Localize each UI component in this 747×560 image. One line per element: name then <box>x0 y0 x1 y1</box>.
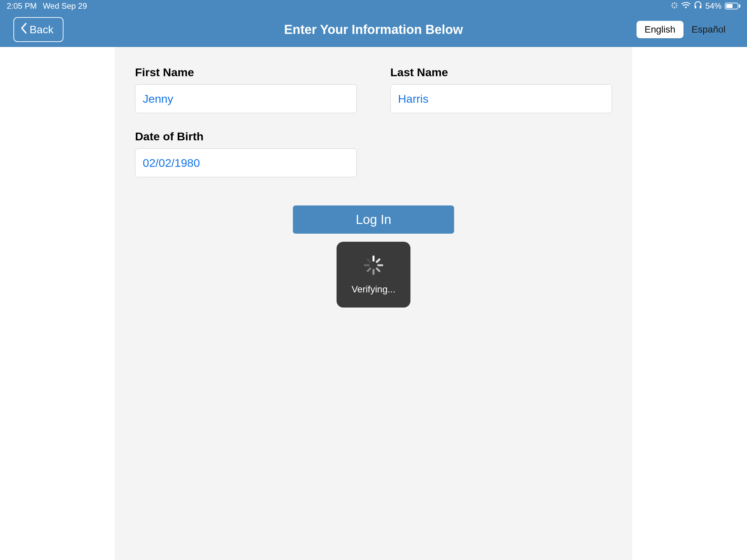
last-name-input[interactable] <box>390 84 612 113</box>
login-button[interactable]: Log In <box>293 206 454 234</box>
svg-line-18 <box>368 260 370 262</box>
verifying-text: Verifying... <box>352 284 396 295</box>
svg-line-6 <box>672 7 673 8</box>
first-name-input[interactable] <box>135 84 357 113</box>
chevron-left-icon <box>20 23 28 36</box>
status-time: 2:05 PM <box>7 1 36 11</box>
language-spanish-button[interactable]: Español <box>684 21 733 38</box>
login-row: Log In <box>135 206 612 234</box>
svg-point-8 <box>685 7 687 8</box>
page-title: Enter Your Information Below <box>284 23 463 37</box>
form-grid: First Name Last Name Date of Birth <box>135 66 612 177</box>
first-name-field: First Name <box>135 66 357 113</box>
status-left: 2:05 PM Wed Sep 29 <box>7 1 87 11</box>
svg-rect-10 <box>700 6 701 8</box>
dob-input[interactable] <box>135 149 357 177</box>
dob-label: Date of Birth <box>135 130 357 143</box>
spacer <box>390 130 612 177</box>
form-panel: First Name Last Name Date of Birth Log I… <box>115 47 632 560</box>
wifi-icon <box>681 1 691 11</box>
navbar: 2:05 PM Wed Sep 29 54% Back <box>0 0 747 47</box>
spinner-icon <box>363 255 384 276</box>
svg-line-7 <box>676 3 677 4</box>
svg-line-5 <box>676 7 677 8</box>
content-wrap: First Name Last Name Date of Birth Log I… <box>0 47 747 560</box>
nav-row: Back Enter Your Information Below Englis… <box>0 12 747 47</box>
svg-line-14 <box>377 269 380 271</box>
svg-rect-9 <box>695 6 696 8</box>
language-toggle: English Español <box>637 21 733 38</box>
headphones-icon <box>694 1 702 11</box>
dob-field: Date of Birth <box>135 130 357 177</box>
back-button-label: Back <box>30 24 53 36</box>
svg-line-12 <box>377 260 380 262</box>
activity-icon <box>671 1 678 11</box>
svg-line-16 <box>368 269 370 271</box>
loading-overlay: Verifying... <box>135 242 612 308</box>
back-button[interactable]: Back <box>14 17 63 42</box>
verifying-modal: Verifying... <box>337 242 410 308</box>
language-english-button[interactable]: English <box>637 21 684 38</box>
battery-icon <box>725 3 740 9</box>
status-date: Wed Sep 29 <box>43 1 87 11</box>
status-right: 54% <box>671 1 740 11</box>
last-name-label: Last Name <box>390 66 612 79</box>
last-name-field: Last Name <box>390 66 612 113</box>
battery-percentage: 54% <box>705 1 721 11</box>
first-name-label: First Name <box>135 66 357 79</box>
status-bar: 2:05 PM Wed Sep 29 54% <box>0 0 747 12</box>
svg-line-4 <box>672 3 673 4</box>
